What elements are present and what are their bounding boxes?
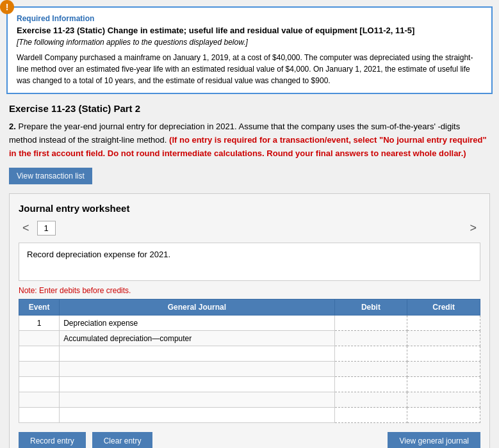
table-row xyxy=(19,362,480,377)
table-row xyxy=(19,392,480,408)
view-general-journal-button[interactable]: View general journal xyxy=(388,432,480,448)
required-info-box: ! Required Information Exercise 11-23 (S… xyxy=(6,6,493,94)
col-header-credit: Credit xyxy=(407,300,480,316)
cell-debit[interactable] xyxy=(334,316,407,331)
cell-event xyxy=(19,362,60,377)
cell-general-journal xyxy=(60,377,334,392)
cell-credit[interactable] xyxy=(407,362,480,377)
view-transaction-list-button[interactable]: View transaction list xyxy=(9,168,92,184)
cell-debit[interactable] xyxy=(334,362,407,377)
required-label: Required Information xyxy=(17,14,482,23)
record-entry-button[interactable]: Record entry xyxy=(19,432,86,448)
current-page-number: 1 xyxy=(37,221,56,236)
table-row: Accumulated depreciation—computer xyxy=(19,331,480,346)
table-row xyxy=(19,377,480,392)
action-buttons-row: Record entry Clear entry View general jo… xyxy=(19,432,480,448)
exercise-part-section: Exercise 11-23 (Static) Part 2 2. Prepar… xyxy=(6,103,493,448)
exercise-subtitle: [The following information applies to th… xyxy=(17,38,482,47)
cell-debit[interactable] xyxy=(334,346,407,362)
record-description-text: Record depreciation expense for 2021. xyxy=(27,250,170,259)
info-icon: ! xyxy=(0,0,14,14)
exercise-title: Exercise 11-23 (Static) Change in estima… xyxy=(17,26,482,35)
cell-event: 1 xyxy=(19,316,60,331)
question-text: 2. Prepare the year-end journal entry fo… xyxy=(9,120,490,160)
next-page-arrow[interactable]: > xyxy=(466,220,480,236)
clear-entry-button[interactable]: Clear entry xyxy=(92,432,153,448)
record-description-box: Record depreciation expense for 2021. xyxy=(19,243,480,281)
table-row: 1Depreciation expense xyxy=(19,316,480,331)
col-header-debit: Debit xyxy=(334,300,407,316)
cell-debit[interactable] xyxy=(334,408,407,423)
prev-page-arrow[interactable]: < xyxy=(19,220,33,236)
cell-event xyxy=(19,408,60,423)
cell-credit[interactable] xyxy=(407,331,480,346)
note-text: Note: Enter debits before credits. xyxy=(19,286,480,295)
cell-event xyxy=(19,377,60,392)
cell-credit[interactable] xyxy=(407,392,480,408)
cell-debit[interactable] xyxy=(334,392,407,408)
info-body-text: Wardell Company purchased a mainframe on… xyxy=(17,52,482,86)
part-title: Exercise 11-23 (Static) Part 2 xyxy=(9,103,490,114)
table-row xyxy=(19,346,480,362)
cell-event xyxy=(19,392,60,408)
cell-general-journal[interactable]: Depreciation expense xyxy=(60,316,334,331)
cell-credit[interactable] xyxy=(407,408,480,423)
cell-credit[interactable] xyxy=(407,377,480,392)
cell-event xyxy=(19,346,60,362)
cell-debit[interactable] xyxy=(334,377,407,392)
worksheet-title: Journal entry worksheet xyxy=(19,203,480,214)
cell-general-journal xyxy=(60,408,334,423)
journal-table: Event General Journal Debit Credit 1Depr… xyxy=(19,299,480,423)
cell-event xyxy=(19,331,60,346)
cell-debit[interactable] xyxy=(334,331,407,346)
cell-general-journal xyxy=(60,362,334,377)
cell-general-journal[interactable]: Accumulated depreciation—computer xyxy=(60,331,334,346)
worksheet-nav-row: < 1 > xyxy=(19,220,480,236)
cell-credit[interactable] xyxy=(407,316,480,331)
col-header-general-journal: General Journal xyxy=(60,300,334,316)
col-header-event: Event xyxy=(19,300,60,316)
journal-entry-worksheet: Journal entry worksheet < 1 > Record dep… xyxy=(9,193,490,448)
cell-general-journal xyxy=(60,346,334,362)
table-row xyxy=(19,408,480,423)
cell-credit[interactable] xyxy=(407,346,480,362)
cell-general-journal xyxy=(60,392,334,408)
question-num: 2. xyxy=(9,122,16,131)
